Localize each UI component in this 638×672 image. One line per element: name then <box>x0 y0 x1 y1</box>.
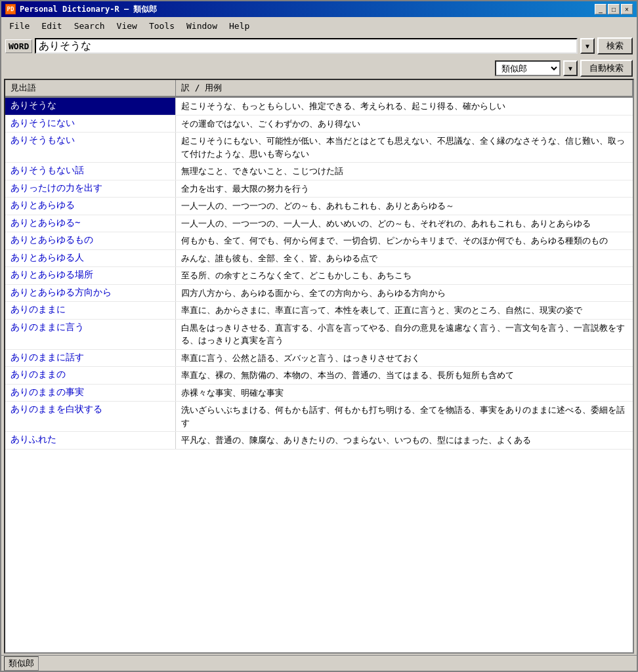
word-cell: ありとあらゆる方向から <box>5 285 176 302</box>
word-input[interactable] <box>35 38 578 54</box>
close-button[interactable]: × <box>621 4 633 14</box>
table-row[interactable]: ありのままに言う白黒をはっきりさせる、直言する、小言を言ってやる、自分の意見を遠… <box>5 320 633 350</box>
menu-bar: File Edit Search View Tools Window Help <box>1 17 637 34</box>
menu-file[interactable]: File <box>4 20 35 32</box>
trans-cell: 率直に、あからさまに、率直に言って、本性を表して、正直に言うと、実のところ、自然… <box>176 302 633 319</box>
trans-cell: 一人一人の、一つ一つの、一人一人、めいめいの、どの～も、それぞれの、あれもこれも… <box>176 215 633 232</box>
menu-view[interactable]: View <box>112 20 142 32</box>
column-header-trans: 訳 / 用例 <box>176 80 633 97</box>
word-cell: ありそうにない <box>5 116 176 133</box>
main-window: PD Personal Dictionary-R – 類似郎 _ □ × Fil… <box>0 0 638 672</box>
maximize-button[interactable]: □ <box>608 4 620 14</box>
word-cell: ありのままに言う <box>5 320 176 349</box>
menu-edit[interactable]: Edit <box>36 20 67 32</box>
status-bar: 類似郎 <box>1 655 637 671</box>
toolbar-row2: 類似郎 ▼ 自動検索 <box>1 58 637 79</box>
dict-select-container: 類似郎 ▼ <box>495 60 578 76</box>
app-icon: PD <box>5 4 16 14</box>
title-bar: PD Personal Dictionary-R – 類似郎 _ □ × <box>1 1 637 17</box>
search-button[interactable]: 検索 <box>597 37 633 54</box>
table-row[interactable]: ありのままの事実赤裸々な事実、明確な事実 <box>5 385 633 402</box>
table-row[interactable]: ありとあらゆる~一人一人の、一つ一つの、一人一人、めいめいの、どの～も、それぞれ… <box>5 215 633 233</box>
trans-cell: 平凡な、普通の、陳腐な、ありきたりの、つまらない、いつもの、型にはまった、よくあ… <box>176 432 633 449</box>
list-scroll-container: ありそうな起こりそうな、もっともらしい、推定できる、考えられる、起こり得る、確か… <box>5 98 633 652</box>
table-row[interactable]: ありとあらゆる方向から四方八方から、あらゆる面から、全ての方向から、あらゆる方向… <box>5 285 633 303</box>
trans-cell: 赤裸々な事実、明確な事実 <box>176 385 633 402</box>
menu-tools[interactable]: Tools <box>144 20 180 32</box>
window-title: Personal Dictionary-R – 類似郎 <box>20 4 157 15</box>
table-row[interactable]: ありのままに話す率直に言う、公然と語る、ズバッと言う、はっきりさせておく <box>5 350 633 368</box>
trans-cell: その運命ではない、ごくわずかの、あり得ない <box>176 116 633 133</box>
word-cell: ありとあらゆる場所 <box>5 267 176 284</box>
table-row[interactable]: ありとあらゆる人みんな、誰も彼も、全部、全く、皆、あらゆる点で <box>5 250 633 268</box>
word-cell: ありのままの <box>5 367 176 384</box>
table-row[interactable]: ありとあらゆるもの何もかも、全て、何でも、何から何まで、一切合切、ピンからキリま… <box>5 232 633 250</box>
title-bar-left: PD Personal Dictionary-R – 類似郎 <box>5 4 157 15</box>
table-row[interactable]: ありったけの力を出す全力を出す、最大限の努力を行う <box>5 180 633 198</box>
word-cell: ありそうな <box>5 98 176 115</box>
table-row[interactable]: ありとあらゆる場所至る所、の余すところなく全て、どこもかしこも、あちこち <box>5 267 633 285</box>
trans-cell: 起こりそうにもない、可能性が低い、本当だとはとても思えない、不思議な、全く縁のな… <box>176 133 633 162</box>
word-cell: ありのままを白状する <box>5 402 176 431</box>
column-header-word: 見出語 <box>5 80 176 97</box>
table-row[interactable]: ありそうもない起こりそうにもない、可能性が低い、本当だとはとても思えない、不思議… <box>5 133 633 163</box>
auto-search-button[interactable]: 自動検索 <box>580 60 633 77</box>
main-content: 見出語 訳 / 用例 ありそうな起こりそうな、もっともらしい、推定できる、考えら… <box>4 79 634 654</box>
table-row[interactable]: ありそうにないその運命ではない、ごくわずかの、あり得ない <box>5 116 633 133</box>
table-row[interactable]: ありのままに率直に、あからさまに、率直に言って、本性を表して、正直に言うと、実の… <box>5 302 633 320</box>
table-row[interactable]: ありそうな起こりそうな、もっともらしい、推定できる、考えられる、起こり得る、確か… <box>5 98 633 116</box>
table-row[interactable]: ありのままの率直な、裸の、無防備の、本物の、本当の、普通の、当てはまる、長所も短… <box>5 367 633 385</box>
trans-cell: 起こりそうな、もっともらしい、推定できる、考えられる、起こり得る、確からしい <box>176 98 633 115</box>
word-cell: ありそうもない <box>5 133 176 162</box>
table-row[interactable]: ありふれた平凡な、普通の、陳腐な、ありきたりの、つまらない、いつもの、型にはまっ… <box>5 432 633 450</box>
toolbar-row1: WORD ▼ 検索 <box>1 34 637 58</box>
word-cell: ありそうもない話 <box>5 163 176 180</box>
word-cell: ありのままに <box>5 302 176 319</box>
title-buttons: _ □ × <box>595 4 633 14</box>
word-cell: ありとあらゆる <box>5 198 176 215</box>
word-cell: ありふれた <box>5 432 176 449</box>
word-cell: ありとあらゆるもの <box>5 232 176 249</box>
word-cell: ありのままの事実 <box>5 385 176 402</box>
trans-cell: 率直な、裸の、無防備の、本物の、本当の、普通の、当てはまる、長所も短所も含めて <box>176 367 633 384</box>
trans-cell: 白黒をはっきりさせる、直言する、小言を言ってやる、自分の意見を遠慮なく言う、一言… <box>176 320 633 349</box>
column-headers: 見出語 訳 / 用例 <box>5 80 633 98</box>
dict-select[interactable]: 類似郎 <box>495 60 561 76</box>
trans-cell: 洗いざらいぶちまける、何もかも話す、何もかも打ち明ける、全てを物語る、事実をあり… <box>176 402 633 431</box>
trans-cell: みんな、誰も彼も、全部、全く、皆、あらゆる点で <box>176 250 633 267</box>
word-cell: ありのままに話す <box>5 350 176 367</box>
trans-cell: 何もかも、全て、何でも、何から何まで、一切合切、ピンからキリまで、そのほか何でも… <box>176 232 633 249</box>
dict-dropdown-button[interactable]: ▼ <box>563 60 578 76</box>
minimize-button[interactable]: _ <box>595 4 606 14</box>
word-label: WORD <box>5 39 32 53</box>
status-text: 類似郎 <box>4 656 39 671</box>
menu-window[interactable]: Window <box>181 20 223 32</box>
word-cell: ありとあらゆる~ <box>5 215 176 232</box>
dict-list[interactable]: ありそうな起こりそうな、もっともらしい、推定できる、考えられる、起こり得る、確か… <box>5 98 633 652</box>
table-row[interactable]: ありそうもない話無理なこと、できないこと、こじつけた話 <box>5 163 633 180</box>
table-row[interactable]: ありとあらゆる一人一人の、一つ一つの、どの～も、あれもこれも、ありとあらゆる～ <box>5 198 633 215</box>
trans-cell: 無理なこと、できないこと、こじつけた話 <box>176 163 633 180</box>
word-cell: ありったけの力を出す <box>5 180 176 198</box>
trans-cell: 全力を出す、最大限の努力を行う <box>176 180 633 198</box>
menu-search[interactable]: Search <box>69 20 110 32</box>
trans-cell: 至る所、の余すところなく全て、どこもかしこも、あちこち <box>176 267 633 284</box>
word-cell: ありとあらゆる人 <box>5 250 176 267</box>
table-row[interactable]: ありのままを白状する洗いざらいぶちまける、何もかも話す、何もかも打ち明ける、全て… <box>5 402 633 432</box>
menu-help[interactable]: Help <box>224 20 255 32</box>
trans-cell: 率直に言う、公然と語る、ズバッと言う、はっきりさせておく <box>176 350 633 367</box>
trans-cell: 四方八方から、あらゆる面から、全ての方向から、あらゆる方向から <box>176 285 633 302</box>
word-dropdown-button[interactable]: ▼ <box>580 38 595 54</box>
trans-cell: 一人一人の、一つ一つの、どの～も、あれもこれも、ありとあらゆる～ <box>176 198 633 215</box>
